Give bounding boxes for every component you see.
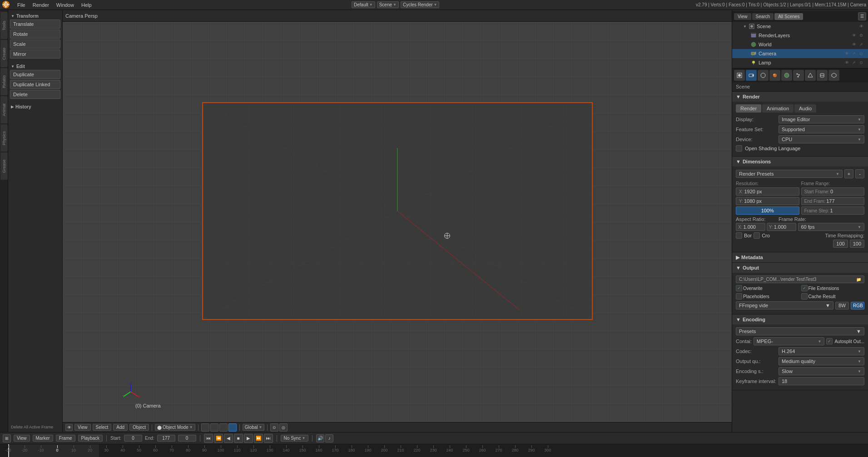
- end-frame-input[interactable]: End Fram: 177: [801, 197, 865, 205]
- bottom-object-btn[interactable]: Object: [129, 424, 149, 431]
- jump-end-btn[interactable]: ⏭: [264, 434, 273, 443]
- camera-render-icon[interactable]: ⊙: [858, 50, 864, 57]
- duplicate-button[interactable]: Duplicate: [10, 70, 60, 79]
- play-btn[interactable]: ▶: [244, 434, 253, 443]
- lamp-select-icon[interactable]: ↗: [851, 59, 857, 66]
- vtab-tools[interactable]: Tools: [0, 12, 8, 39]
- props-particles-icon-btn[interactable]: [793, 70, 804, 81]
- camera-select-icon[interactable]: ↗: [851, 50, 857, 57]
- step-back-btn[interactable]: ⏪: [214, 434, 223, 443]
- vtab-animation[interactable]: Animat: [0, 96, 8, 123]
- render-menu[interactable]: Render: [29, 1, 53, 9]
- start-frame-input-timeline[interactable]: 0: [124, 435, 142, 442]
- aspect-x-input[interactable]: X: 1.000: [736, 223, 765, 231]
- history-section-title[interactable]: ▶ History: [10, 103, 60, 110]
- aspect-y-input[interactable]: Y: 1.000: [767, 223, 796, 231]
- props-scene-icon-btn[interactable]: [734, 70, 745, 81]
- vtab-physics[interactable]: Physics: [0, 124, 8, 152]
- end-frame-input-timeline[interactable]: 177: [157, 435, 175, 442]
- outliner-item-lamp[interactable]: Lamp 👁 ↗ ⊙: [732, 58, 868, 67]
- render-tab-audio[interactable]: Audio: [794, 104, 816, 113]
- res-y-input[interactable]: Y: 1080 px: [736, 197, 799, 205]
- window-menu[interactable]: Window: [53, 1, 78, 9]
- props-physics-icon-btn[interactable]: [805, 70, 816, 81]
- props-object-icon-btn[interactable]: [758, 70, 769, 81]
- output-quality-value[interactable]: Medium quality ▼: [779, 357, 864, 365]
- time-val2[interactable]: 100: [850, 240, 864, 248]
- shading-rendered[interactable]: [228, 423, 237, 432]
- render-presets-value[interactable]: Render Presets ▼: [736, 170, 843, 178]
- rgb-toggle[interactable]: RGB: [851, 302, 864, 310]
- outliner-item-world[interactable]: World 👁 ↗: [732, 40, 868, 49]
- render-tab-animation[interactable]: Animation: [762, 104, 794, 113]
- duplicate-linked-button[interactable]: Duplicate Linked: [10, 80, 60, 89]
- shading-wire[interactable]: [201, 423, 209, 432]
- audio-icon[interactable]: 🔊: [316, 434, 324, 442]
- timeline-marker-btn[interactable]: Marker: [33, 435, 53, 442]
- renderlayer-visibility[interactable]: 👁: [851, 32, 857, 39]
- frame-rate-value[interactable]: 60 fps ▼: [798, 223, 865, 231]
- vtab-create[interactable]: Create: [0, 40, 8, 67]
- keyframe-interval-value[interactable]: 18: [779, 377, 864, 385]
- outliner-tab-view[interactable]: View: [734, 13, 751, 20]
- feature-set-value[interactable]: Supported ▼: [779, 125, 864, 133]
- lamp-render-icon[interactable]: ⊙: [858, 59, 864, 66]
- translate-button[interactable]: Translate: [10, 20, 60, 29]
- format-select[interactable]: FFmpeg vide ▼: [736, 301, 833, 310]
- encoding-speed-value[interactable]: Slow ▼: [779, 367, 864, 375]
- vtab-grease[interactable]: Grease: [0, 152, 8, 180]
- rotate-button[interactable]: Rotate: [10, 29, 60, 39]
- renderlayer-action[interactable]: ⚙: [858, 32, 864, 39]
- outliner-tab-search[interactable]: Search: [752, 13, 774, 20]
- outliner-tab-all-scenes[interactable]: All Scenes: [774, 13, 803, 20]
- render-panel-header[interactable]: ▼ Render: [732, 92, 868, 102]
- render-tab-render[interactable]: Render: [736, 104, 761, 113]
- timeline-view-btn[interactable]: View: [14, 435, 30, 442]
- output-path[interactable]: C:\Users\LP_COM...\render Test\Test3 📁: [736, 275, 864, 283]
- percent-value[interactable]: 100%: [736, 206, 799, 215]
- stop-btn[interactable]: ■: [234, 434, 243, 443]
- bw-toggle[interactable]: BW: [835, 302, 849, 310]
- lamp-visibility[interactable]: 👁: [843, 59, 850, 66]
- props-material-icon-btn[interactable]: [769, 70, 780, 81]
- timeline-icon[interactable]: ⊞: [3, 434, 11, 442]
- scene-selector[interactable]: Scene ▼: [377, 1, 399, 8]
- timeline-playback-btn[interactable]: Playback: [78, 435, 103, 442]
- vtab-relations[interactable]: Relatio: [0, 68, 8, 95]
- crop-checkbox[interactable]: [754, 232, 760, 239]
- outliner-item-scene[interactable]: ▼ Scene 👁: [732, 22, 868, 31]
- props-modifiers-icon-btn[interactable]: [828, 70, 839, 81]
- delete-button[interactable]: Delete: [10, 90, 60, 99]
- filter-icon[interactable]: ☰: [858, 12, 866, 20]
- start-frame-input[interactable]: Start Frame: 0: [801, 187, 865, 196]
- placeholders-checkbox[interactable]: [736, 293, 742, 300]
- scene-visibility-icon[interactable]: 👁: [858, 23, 864, 29]
- timeline-content[interactable]: -30 -20 -10 0 10 20 30 40 50 60 70 80 90…: [0, 444, 868, 457]
- presets-add-icon[interactable]: +: [844, 169, 853, 178]
- world-visibility[interactable]: 👁: [851, 41, 857, 48]
- jump-start-btn[interactable]: ⏮: [204, 434, 213, 443]
- frame-display-input[interactable]: 0: [178, 435, 196, 442]
- engine-select-container[interactable]: Cycles Render ▼: [401, 1, 440, 8]
- cache-result-checkbox[interactable]: [801, 293, 808, 300]
- res-x-input[interactable]: X: 1920 px: [736, 187, 799, 196]
- bottom-add-btn[interactable]: Add: [113, 424, 128, 431]
- presets-del-icon[interactable]: -: [855, 169, 864, 178]
- play-back-btn[interactable]: ◀: [224, 434, 233, 443]
- scale-button[interactable]: Scale: [10, 39, 60, 49]
- layout-selector[interactable]: Default ▼: [352, 1, 375, 8]
- outliner-item-renderlayers[interactable]: RenderLayers 👁 ⚙: [732, 31, 868, 40]
- outliner-item-camera[interactable]: Camera 👁 ↗ ⊙: [732, 49, 868, 58]
- step-forward-btn[interactable]: ⏩: [254, 434, 263, 443]
- display-value[interactable]: Image Editor ▼: [779, 115, 864, 123]
- camera-visibility[interactable]: 👁: [843, 50, 850, 57]
- audio-settings-icon[interactable]: ♪: [325, 434, 333, 442]
- encoding-panel-header[interactable]: ▼ Encoding: [732, 314, 868, 324]
- sync-select-container[interactable]: No Sync ▼: [281, 435, 309, 442]
- codec-value[interactable]: H.264 ▼: [779, 347, 864, 355]
- time-val1[interactable]: 100: [833, 240, 848, 248]
- file-menu[interactable]: File: [14, 1, 29, 9]
- output-panel-header[interactable]: ▼ Output: [732, 263, 868, 273]
- bottom-view-btn[interactable]: View: [74, 424, 91, 431]
- bottom-select-btn[interactable]: Select: [93, 424, 112, 431]
